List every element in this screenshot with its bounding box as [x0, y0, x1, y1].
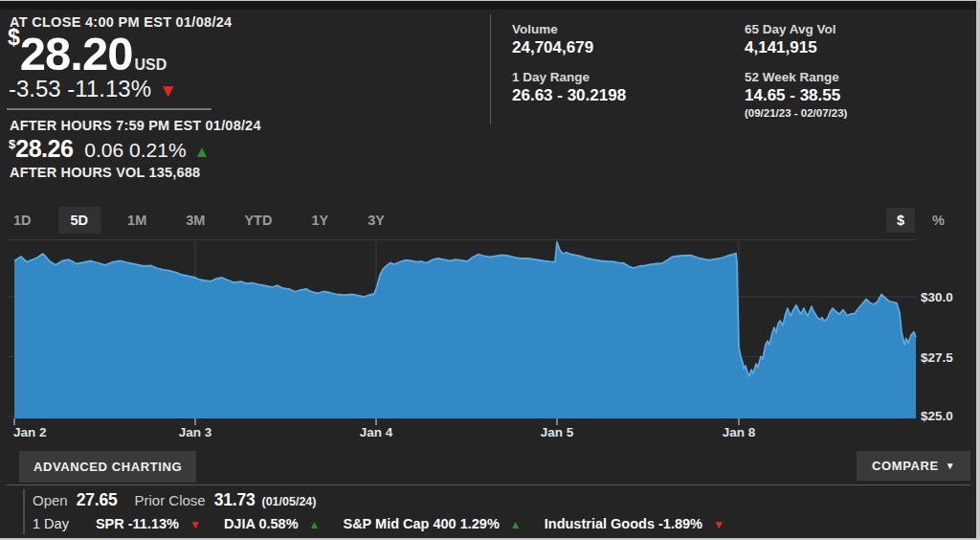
stat-value: 4,141,915 [745, 38, 836, 57]
comparison-period: 1 Day [33, 516, 69, 531]
x-axis-label: Jan 3 [179, 425, 212, 439]
y-axis-label: $30.0 [921, 290, 953, 304]
after-hours-volume: AFTER HOURS VOL 135,688 [10, 165, 200, 180]
comparison-item: SPR -11.13% ▼ [96, 516, 201, 531]
bottom-left-border [23, 489, 25, 534]
index-name: SPR [96, 516, 124, 531]
x-axis-label: Jan 4 [360, 425, 393, 439]
window-edge [0, 0, 980, 1]
at-close-price: $28.20USD [8, 25, 167, 80]
index-name: Industrial Goods [545, 516, 655, 531]
index-change: -11.13% [128, 516, 179, 531]
stat-52-week-range: 52 Week Range 14.65 - 38.55 (09/21/23 - … [745, 70, 847, 119]
price-area-svg[interactable] [8, 239, 917, 427]
stat-value: 26.63 - 30.2198 [512, 86, 626, 105]
y-axis-label: $25.0 [921, 409, 953, 423]
up-triangle-icon: ▲ [309, 518, 321, 531]
index-name: S&P Mid Cap 400 [343, 516, 456, 531]
open-prior-close-row: Open 27.65 Prior Close 31.73 (01/05/24) [33, 490, 316, 510]
up-triangle-icon: ▲ [194, 143, 211, 162]
unit-toggle: $ % [886, 207, 945, 234]
open-value: 27.65 [77, 490, 118, 510]
prior-close-value: 31.73 [214, 490, 256, 510]
compare-button[interactable]: COMPARE▼ [857, 451, 970, 481]
tab-ytd[interactable]: YTD [238, 207, 278, 234]
index-change: -1.89% [658, 516, 702, 531]
at-close-change: -3.53 -11.13%▼ [9, 76, 177, 102]
currency-symbol: $ [8, 25, 20, 50]
open-label: Open [33, 492, 68, 508]
comparison-row: 1 Day SPR -11.13% ▼ DJIA 0.58% ▲ S&P Mid… [33, 516, 747, 531]
bottom-divider [7, 484, 970, 485]
stat-value: 24,704,679 [512, 38, 593, 57]
x-axis-label: Jan 5 [541, 425, 574, 439]
chart-x-ticks [14, 418, 739, 425]
advanced-charting-button[interactable]: ADVANCED CHARTING [19, 451, 196, 483]
stock-quote-panel: AT CLOSE 4:00 PM EST 01/08/24 $28.20USD … [0, 0, 980, 540]
tab-1m[interactable]: 1M [122, 207, 152, 234]
comparison-item: S&P Mid Cap 400 1.29% ▲ [343, 516, 521, 531]
down-triangle-icon: ▼ [159, 80, 177, 101]
stat-volume: Volume 24,704,679 [512, 22, 593, 57]
index-change: 1.29% [460, 516, 500, 531]
tab-3m[interactable]: 3M [180, 207, 211, 234]
window-edge [976, 0, 980, 540]
tab-5d[interactable]: 5D [58, 207, 101, 234]
stat-day-range: 1 Day Range 26.63 - 30.2198 [512, 70, 626, 105]
header-divider [7, 108, 212, 110]
stat-label: 1 Day Range [512, 70, 626, 84]
down-triangle-icon: ▼ [713, 518, 724, 531]
after-hours-last: 28.26 [15, 135, 73, 162]
x-axis-label: Jan 2 [13, 425, 47, 439]
percent-toggle-button[interactable]: % [932, 213, 945, 228]
x-axis-label: Jan 8 [723, 425, 756, 439]
dollar-toggle-button[interactable]: $ [886, 208, 915, 233]
stat-label: 52 Week Range [745, 70, 847, 84]
up-triangle-icon: ▲ [510, 518, 522, 531]
stat-value: 14.65 - 38.55 [745, 86, 847, 105]
down-triangle-icon: ▼ [189, 518, 201, 531]
after-hours-change: 0.06 0.21% [84, 139, 186, 161]
compare-label: COMPARE [872, 459, 939, 473]
after-hours-label: AFTER HOURS 7:59 PM EST 01/08/24 [10, 118, 261, 133]
stat-label: Volume [512, 22, 593, 36]
currency-code: USD [134, 56, 167, 73]
comparison-item: Industrial Goods -1.89% ▼ [545, 516, 724, 531]
comparison-item: DJIA 0.58% ▲ [224, 516, 321, 531]
stat-label: 65 Day Avg Vol [745, 22, 836, 36]
range-tabs: 1D 5D 1M 3M YTD 1Y 3Y [8, 207, 418, 234]
tab-3y[interactable]: 3Y [362, 207, 390, 234]
y-axis-label: $27.5 [921, 350, 953, 365]
index-change: 0.58% [258, 516, 298, 531]
stat-dates: (09/21/23 - 02/07/23) [745, 107, 847, 119]
tab-1d[interactable]: 1D [8, 207, 37, 234]
chevron-down-icon: ▼ [946, 461, 956, 471]
stat-avg-volume: 65 Day Avg Vol 4,141,915 [745, 22, 836, 57]
tab-1y[interactable]: 1Y [305, 207, 334, 234]
prior-close-date: (01/05/24) [261, 495, 316, 508]
vertical-divider [490, 14, 491, 124]
change-value: -3.53 -11.13% [9, 76, 151, 101]
top-strip [0, 1, 976, 10]
last-price: 28.20 [20, 28, 133, 79]
prior-close-label: Prior Close [135, 492, 206, 508]
price-area-path [14, 242, 916, 418]
after-hours-price: $28.260.06 0.21%▲ [9, 135, 210, 163]
index-name: DJIA [224, 516, 256, 531]
